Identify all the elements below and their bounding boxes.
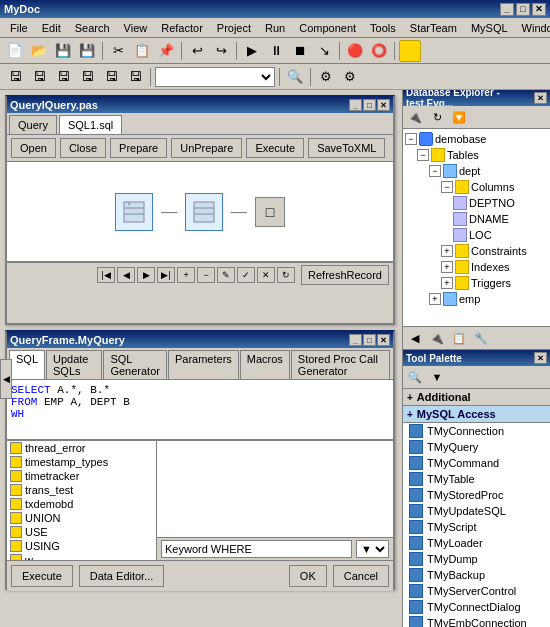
tree-expand-indexes[interactable]: + [441,261,453,273]
qf-tab-sql-gen[interactable]: SQL Generator [103,350,167,379]
tree-expand-columns[interactable]: − [441,181,453,193]
qf-tab-macros[interactable]: Macros [240,350,290,379]
db-tb-connect[interactable]: 🔌 [405,108,425,126]
tree-item-triggers[interactable]: + Triggers [405,275,548,291]
menu-window[interactable]: Window [516,20,550,36]
qq-maximize[interactable]: □ [363,99,376,111]
qf-minimize[interactable]: _ [349,334,362,346]
tb2-btn3[interactable]: 🖫 [52,66,74,88]
tree-item-dept[interactable]: − dept [405,163,548,179]
menu-file[interactable]: File [4,20,34,36]
qq-close[interactable]: ✕ [377,99,390,111]
tp-item-tmyservercontrol[interactable]: TMyServerControl [403,583,550,599]
menu-search[interactable]: Search [69,20,116,36]
qq-prepare-btn[interactable]: Prepare [110,138,167,158]
qf-close[interactable]: ✕ [377,334,390,346]
menu-starteam[interactable]: StarTeam [404,20,463,36]
list-item-timestamp[interactable]: timestamp_types [7,455,156,469]
tb-save[interactable]: 💾 [52,40,74,62]
qf-keyword-input[interactable] [161,540,352,558]
qq-execute-btn[interactable]: Execute [246,138,304,158]
list-item-using[interactable]: USING [7,539,156,553]
menu-mysql[interactable]: MySQL [465,20,514,36]
tree-item-constraints[interactable]: + Constraints [405,243,548,259]
nav-insert[interactable]: + [177,267,195,283]
tp-item-tmystoredproc[interactable]: TMyStoredProc [403,487,550,503]
close-button[interactable]: ✕ [532,3,546,16]
menu-refactor[interactable]: Refactor [155,20,209,36]
qq-open-btn[interactable]: Open [11,138,56,158]
tb2-dropdown[interactable] [155,67,275,87]
db-tb-bottom-3[interactable]: 📋 [449,329,469,347]
nav-edit[interactable]: ✎ [217,267,235,283]
qf-tab-sql[interactable]: SQL [9,350,45,379]
tp-category-mysql[interactable]: MySQL Access [403,406,550,423]
tree-expand-dept[interactable]: − [429,165,441,177]
db-close-btn[interactable]: ✕ [534,92,547,104]
left-arrow-btn[interactable]: ◀ [0,359,12,399]
qq-savetoxml-btn[interactable]: SaveToXML [308,138,385,158]
tp-category-additional[interactable]: Additional [403,389,550,406]
tp-item-tmydump[interactable]: TMyDump [403,551,550,567]
tree-expand-tables[interactable]: − [417,149,429,161]
tp-item-tmyloader[interactable]: TMyLoader [403,535,550,551]
tb-run[interactable]: ▶ [241,40,263,62]
tb2-btn5[interactable]: 🖫 [100,66,122,88]
tree-expand-constraints[interactable]: + [441,245,453,257]
list-item-trans-test[interactable]: trans_test [7,483,156,497]
tb2-btn7[interactable]: ⚙ [315,66,337,88]
qf-execute-btn[interactable]: Execute [11,565,73,587]
qq-close-btn[interactable]: Close [60,138,106,158]
qf-cancel-btn[interactable]: Cancel [333,565,389,587]
menu-component[interactable]: Component [293,20,362,36]
menu-view[interactable]: View [118,20,154,36]
qf-maximize[interactable]: □ [363,334,376,346]
qf-completion-list[interactable]: thread_error timestamp_types timetracker… [7,441,157,560]
qf-sql-editor[interactable]: SELECT A.*, B.* FROM EMP A, DEPT B WH [7,380,393,440]
minimize-button[interactable]: _ [500,3,514,16]
tb2-btn1[interactable]: 🖫 [4,66,26,88]
tb2-btn2[interactable]: 🖫 [28,66,50,88]
nav-last[interactable]: ▶| [157,267,175,283]
tb-stop[interactable]: ⏹ [289,40,311,62]
db-tb-bottom-4[interactable]: 🔧 [471,329,491,347]
tp-close-btn[interactable]: ✕ [534,352,547,364]
list-item-txdemobd[interactable]: txdemobd [7,497,156,511]
menu-edit[interactable]: Edit [36,20,67,36]
qq-unprepare-btn[interactable]: UnPrepare [171,138,242,158]
tree-item-deptno[interactable]: DEPTNO [405,195,548,211]
tree-item-emp[interactable]: + emp [405,291,548,307]
tb-save-all[interactable]: 💾 [76,40,98,62]
list-item-thread-error[interactable]: thread_error [7,441,156,455]
tb-toggle-breakpoint[interactable]: 🔴 [344,40,366,62]
tb2-btn4[interactable]: 🖫 [76,66,98,88]
list-item-use[interactable]: USE [7,525,156,539]
db-tb-bottom-1[interactable]: ◀ [405,329,425,347]
query-query-title-bar[interactable]: QueryIQuery.pas _ □ ✕ [7,97,393,113]
tb-new[interactable]: 📄 [4,40,26,62]
tree-item-columns[interactable]: − Columns [405,179,548,195]
tp-item-tmyupdatesql[interactable]: TMyUpdateSQL [403,503,550,519]
maximize-button[interactable]: □ [516,3,530,16]
menu-tools[interactable]: Tools [364,20,402,36]
nav-refresh[interactable]: ↻ [277,267,295,283]
db-tb-refresh[interactable]: ↻ [427,108,447,126]
db-tb-bottom-2[interactable]: 🔌 [427,329,447,347]
tp-item-tmytable[interactable]: TMyTable [403,471,550,487]
tb-cut[interactable]: ✂ [107,40,129,62]
db-tb-filter[interactable]: 🔽 [449,108,469,126]
tb-pause[interactable]: ⏸ [265,40,287,62]
tb2-btn6[interactable]: 🖫 [124,66,146,88]
qf-ok-btn[interactable]: OK [289,565,327,587]
list-item-timetracker[interactable]: timetracker [7,469,156,483]
tb-undo[interactable]: ↩ [186,40,208,62]
tb-clear-breakpoints[interactable]: ⭕ [368,40,390,62]
tb-copy[interactable]: 📋 [131,40,153,62]
tree-expand-triggers[interactable]: + [441,277,453,289]
qf-tab-stored-proc[interactable]: Stored Proc Call Generator [291,350,390,379]
nav-prev[interactable]: ◀ [117,267,135,283]
nav-cancel-nav[interactable]: ✕ [257,267,275,283]
tp-item-tmyconnectdialog[interactable]: TMyConnectDialog [403,599,550,615]
tb-paste[interactable]: 📌 [155,40,177,62]
qf-tab-update-sqls[interactable]: Update SQLs [46,350,102,379]
